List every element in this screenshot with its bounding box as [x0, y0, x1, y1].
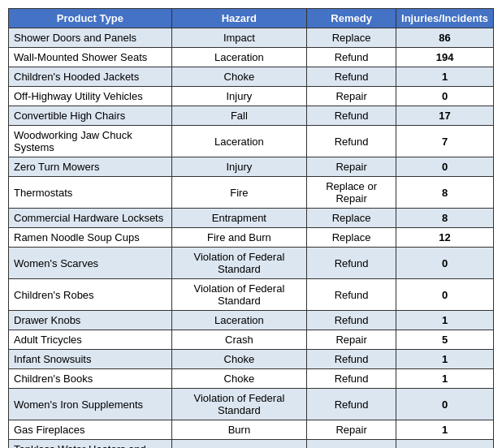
cell-product: Gas Fireplaces: [9, 420, 172, 440]
cell-hazard: Impact: [171, 28, 307, 48]
table-row: Tankless Water Heaters and BoilersCarbon…: [9, 440, 494, 449]
cell-remedy: Replace: [307, 209, 396, 228]
product-recall-table: Product Type Hazard Remedy Injuries/Inci…: [8, 8, 494, 448]
cell-hazard: Violation of Federal Standard: [171, 279, 307, 311]
cell-product: Children's Hooded Jackets: [9, 67, 172, 87]
cell-hazard: Carbon Monoxide: [171, 440, 307, 449]
cell-hazard: Violation of Federal Standard: [171, 389, 307, 420]
cell-hazard: Choke: [171, 369, 307, 389]
header-remedy: Remedy: [307, 9, 396, 28]
table-row: Wall-Mounted Shower SeatsLacerationRefun…: [9, 48, 494, 67]
cell-product: Adult Tricycles: [9, 330, 172, 350]
cell-remedy: Repair: [307, 420, 396, 440]
cell-product: Women's Scarves: [9, 248, 172, 279]
cell-remedy: Refund: [307, 389, 396, 420]
cell-hazard: Crash: [171, 330, 307, 350]
header-product-type: Product Type: [9, 9, 172, 28]
table-row: Commercial Hardware LocksetsEntrapmentRe…: [9, 209, 494, 228]
table-row: Off-Highway Utility VehiclesInjuryRepair…: [9, 87, 494, 106]
cell-remedy: Refund: [307, 48, 396, 67]
cell-product: Infant Snowsuits: [9, 350, 172, 369]
table-row: Women's ScarvesViolation of Federal Stan…: [9, 248, 494, 279]
cell-product: Children's Books: [9, 369, 172, 389]
table-row: Women's Iron SupplementsViolation of Fed…: [9, 389, 494, 420]
table-row: Ramen Noodle Soup CupsFire and BurnRepla…: [9, 228, 494, 248]
cell-injuries: 5: [396, 330, 494, 350]
cell-hazard: Choke: [171, 67, 307, 87]
cell-product: Drawer Knobs: [9, 311, 172, 330]
cell-hazard: Fall: [171, 106, 307, 126]
cell-product: Wall-Mounted Shower Seats: [9, 48, 172, 67]
cell-product: Women's Iron Supplements: [9, 389, 172, 420]
cell-hazard: Choke: [171, 350, 307, 369]
table-row: ThermostatsFireReplace or Repair8: [9, 177, 494, 209]
cell-product: Off-Highway Utility Vehicles: [9, 87, 172, 106]
cell-injuries: 1: [396, 350, 494, 369]
cell-remedy: Replace: [307, 228, 396, 248]
table-row: Children's RobesViolation of Federal Sta…: [9, 279, 494, 311]
cell-remedy: Refund: [307, 67, 396, 87]
cell-hazard: Entrapment: [171, 209, 307, 228]
cell-remedy: Replace: [307, 28, 396, 48]
cell-product: Zero Turn Mowers: [9, 157, 172, 177]
table-header-row: Product Type Hazard Remedy Injuries/Inci…: [9, 9, 494, 28]
table-row: Woodworking Jaw Chuck SystemsLacerationR…: [9, 126, 494, 157]
cell-injuries: 12: [396, 228, 494, 248]
cell-remedy: Refund: [307, 279, 396, 311]
cell-remedy: Refund: [307, 106, 396, 126]
cell-product: Thermostats: [9, 177, 172, 209]
cell-product: Children's Robes: [9, 279, 172, 311]
cell-remedy: Refund: [307, 369, 396, 389]
cell-remedy: Repair: [307, 330, 396, 350]
cell-injuries: 17: [396, 106, 494, 126]
cell-product: Woodworking Jaw Chuck Systems: [9, 126, 172, 157]
cell-hazard: Violation of Federal Standard: [171, 248, 307, 279]
cell-injuries: 8: [396, 209, 494, 228]
cell-hazard: Burn: [171, 420, 307, 440]
table-row: Drawer KnobsLacerationRefund1: [9, 311, 494, 330]
cell-injuries: 1: [396, 67, 494, 87]
cell-product: Ramen Noodle Soup Cups: [9, 228, 172, 248]
cell-injuries: 194: [396, 48, 494, 67]
table-row: Gas FireplacesBurnRepair1: [9, 420, 494, 440]
table-row: Zero Turn MowersInjuryRepair0: [9, 157, 494, 177]
cell-injuries: 86: [396, 28, 494, 48]
cell-product: Tankless Water Heaters and Boilers: [9, 440, 172, 449]
cell-hazard: Laceration: [171, 126, 307, 157]
cell-remedy: Refund: [307, 126, 396, 157]
cell-hazard: Laceration: [171, 311, 307, 330]
cell-hazard: Fire and Burn: [171, 228, 307, 248]
cell-injuries: 0: [396, 248, 494, 279]
cell-product: Convertible High Chairs: [9, 106, 172, 126]
cell-hazard: Fire: [171, 177, 307, 209]
cell-hazard: Injury: [171, 87, 307, 106]
cell-product: Commercial Hardware Locksets: [9, 209, 172, 228]
cell-product: Shower Doors and Panels: [9, 28, 172, 48]
table-row: Infant SnowsuitsChokeRefund1: [9, 350, 494, 369]
cell-remedy: Refund: [307, 350, 396, 369]
header-hazard: Hazard: [171, 9, 307, 28]
table-row: Adult TricyclesCrashRepair5: [9, 330, 494, 350]
cell-injuries: 8: [396, 177, 494, 209]
cell-remedy: Refund: [307, 311, 396, 330]
table-row: Shower Doors and PanelsImpactReplace86: [9, 28, 494, 48]
cell-remedy: Replace: [307, 440, 396, 449]
cell-injuries: 1: [396, 420, 494, 440]
cell-hazard: Laceration: [171, 48, 307, 67]
table-row: Children's BooksChokeRefund1: [9, 369, 494, 389]
cell-injuries: 0: [396, 157, 494, 177]
cell-injuries: 1: [396, 369, 494, 389]
cell-injuries: 7: [396, 126, 494, 157]
cell-injuries: 0: [396, 440, 494, 449]
cell-remedy: Refund: [307, 248, 396, 279]
cell-injuries: 0: [396, 389, 494, 420]
cell-remedy: Replace or Repair: [307, 177, 396, 209]
cell-injuries: 1: [396, 311, 494, 330]
cell-remedy: Repair: [307, 87, 396, 106]
cell-remedy: Repair: [307, 157, 396, 177]
cell-injuries: 0: [396, 279, 494, 311]
cell-injuries: 0: [396, 87, 494, 106]
table-row: Convertible High ChairsFallRefund17: [9, 106, 494, 126]
table-row: Children's Hooded JacketsChokeRefund1: [9, 67, 494, 87]
cell-hazard: Injury: [171, 157, 307, 177]
